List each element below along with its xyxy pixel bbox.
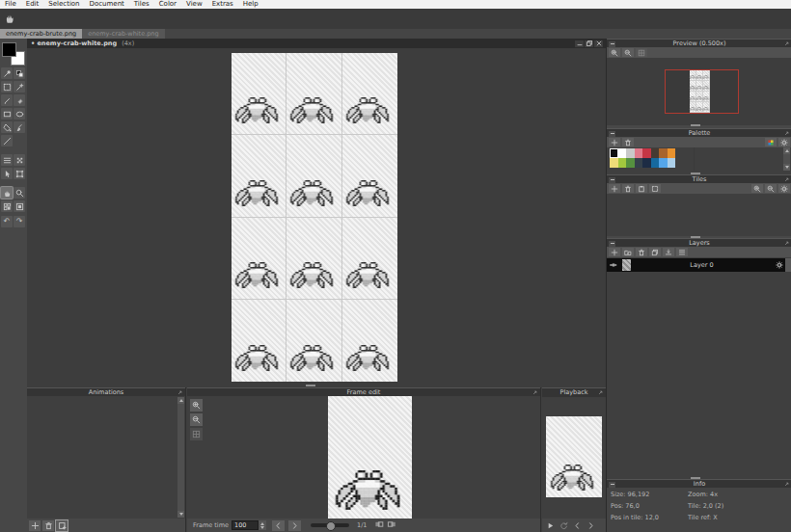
- frame-next-icon[interactable]: [288, 520, 301, 531]
- dropper-tool[interactable]: [1, 67, 13, 79]
- frame-slider[interactable]: [311, 523, 349, 527]
- animations-scrollbar[interactable]: [177, 397, 184, 518]
- palette-color-3[interactable]: [635, 148, 643, 158]
- undo-tool[interactable]: ↶: [1, 216, 13, 227]
- select-rect-tool[interactable]: [1, 81, 13, 93]
- hand-icon[interactable]: [4, 13, 15, 26]
- sheet-tile-2-2[interactable]: [342, 218, 397, 300]
- tab-enemy-crab-brute-png[interactable]: enemy-crab-brute.png: [0, 29, 82, 39]
- sheet-tile-0-0[interactable]: [232, 53, 286, 135]
- palette-scrollbar[interactable]: [783, 147, 790, 171]
- splitter-handle[interactable]: [691, 124, 700, 126]
- playback-loop-icon[interactable]: [558, 520, 569, 531]
- sprite-sheet-canvas[interactable]: [232, 53, 397, 382]
- menu-tiles[interactable]: Tiles: [129, 0, 154, 9]
- sheet-tile-1-1[interactable]: [286, 135, 341, 217]
- menu-extras[interactable]: Extras: [207, 0, 238, 9]
- sheet-tile-1-2[interactable]: [286, 218, 341, 300]
- menu-view[interactable]: View: [181, 0, 207, 9]
- zoom-out-icon[interactable]: [765, 184, 777, 193]
- palette-color-1[interactable]: [618, 148, 627, 158]
- palette-color-15[interactable]: [668, 158, 676, 168]
- playback-play-icon[interactable]: [544, 520, 556, 531]
- sheet-tile-2-1[interactable]: [342, 135, 397, 217]
- close-icon[interactable]: [594, 40, 603, 47]
- layer-row[interactable]: Layer 0: [607, 258, 786, 272]
- add-frame-icon[interactable]: [56, 520, 68, 531]
- sheet-tile-2-3[interactable]: [342, 300, 397, 382]
- layers-scrollbar[interactable]: [785, 258, 791, 272]
- preview-viewport[interactable]: [607, 58, 791, 125]
- transform-tool[interactable]: [14, 168, 25, 179]
- gear-icon[interactable]: [778, 184, 790, 193]
- redo-tool[interactable]: ↷: [14, 216, 25, 227]
- flatten-icon[interactable]: [676, 248, 688, 256]
- duplicate-icon[interactable]: [649, 248, 661, 256]
- color-wheel-icon[interactable]: [765, 138, 777, 146]
- pencil-tool[interactable]: [1, 94, 13, 106]
- swap-colors-tool[interactable]: [14, 67, 25, 79]
- palette-color-11[interactable]: [635, 158, 643, 168]
- zoom-tool[interactable]: [14, 187, 25, 199]
- palette-color-8[interactable]: [610, 158, 618, 168]
- fill-tool[interactable]: [1, 121, 13, 133]
- zoom-in-icon[interactable]: [190, 399, 203, 412]
- trash-icon[interactable]: [622, 138, 634, 146]
- menu-document[interactable]: Document: [85, 0, 129, 9]
- line-tool-tool[interactable]: [1, 135, 13, 146]
- sheet-tile-0-2[interactable]: [232, 218, 286, 300]
- gear-icon[interactable]: [778, 138, 790, 146]
- eraser-tool[interactable]: [14, 94, 25, 106]
- zoom-out-icon[interactable]: [190, 413, 203, 426]
- sheet-tile-0-1[interactable]: [232, 135, 286, 217]
- trash-icon[interactable]: [622, 184, 634, 193]
- rect-tool-tool[interactable]: [1, 108, 13, 120]
- magic-wand-tool[interactable]: [14, 81, 25, 93]
- sheet-tile-1-0[interactable]: [286, 53, 341, 135]
- tile-select-tool[interactable]: [1, 200, 13, 212]
- trash-icon[interactable]: [636, 248, 647, 256]
- playback-next-icon[interactable]: [585, 520, 596, 531]
- menu-help[interactable]: Help: [238, 0, 263, 9]
- playback-panel-titlebar[interactable]: Playback: [542, 387, 606, 397]
- palette-color-9[interactable]: [618, 158, 627, 168]
- sheet-tile-1-3[interactable]: [286, 300, 341, 382]
- palette-color-6[interactable]: [659, 148, 668, 158]
- palette-color-10[interactable]: [626, 158, 635, 168]
- tile-lines-tool[interactable]: [1, 154, 13, 166]
- palette-color-2[interactable]: [626, 148, 635, 158]
- add-icon[interactable]: [609, 248, 620, 256]
- frame-prev-icon[interactable]: [272, 520, 285, 531]
- frame-time-input[interactable]: [232, 520, 259, 530]
- sheet-tile-0-3[interactable]: [232, 300, 286, 382]
- add-icon[interactable]: [609, 138, 620, 146]
- add-icon[interactable]: [29, 520, 41, 531]
- splitter-handle[interactable]: [306, 385, 315, 386]
- trash-icon[interactable]: [42, 520, 54, 531]
- tile-stamp-tool[interactable]: [14, 200, 25, 212]
- onion-prev-icon[interactable]: [374, 519, 384, 531]
- menu-selection[interactable]: Selection: [43, 0, 84, 9]
- zoom-out-icon[interactable]: [622, 48, 634, 57]
- pin-icon[interactable]: [597, 389, 604, 398]
- dither-tool[interactable]: [14, 154, 25, 166]
- grid-icon[interactable]: [636, 48, 647, 57]
- onion-next-icon[interactable]: [387, 519, 396, 531]
- palette-color-13[interactable]: [651, 158, 660, 168]
- palette-color-5[interactable]: [651, 148, 660, 158]
- hand-tool[interactable]: [1, 187, 13, 199]
- palette-color-14[interactable]: [659, 158, 668, 168]
- tab-enemy-crab-white-png[interactable]: enemy-crab-white.png: [82, 29, 164, 39]
- brush-tool[interactable]: [14, 121, 25, 133]
- foreground-color-swatch[interactable]: [2, 42, 16, 57]
- zoom-in-icon[interactable]: [609, 48, 620, 57]
- palette-color-4[interactable]: [642, 148, 651, 158]
- palette-color-7[interactable]: [668, 148, 676, 158]
- frame-slider-thumb[interactable]: [326, 521, 336, 531]
- minimize-icon[interactable]: [575, 40, 584, 47]
- merge-down-icon[interactable]: [663, 248, 674, 256]
- playback-prev-icon[interactable]: [571, 520, 583, 531]
- layer-visibility-eye-icon[interactable]: [607, 261, 620, 269]
- sheet-tile-2-0[interactable]: [342, 53, 397, 135]
- frame-edit-canvas[interactable]: [328, 396, 412, 519]
